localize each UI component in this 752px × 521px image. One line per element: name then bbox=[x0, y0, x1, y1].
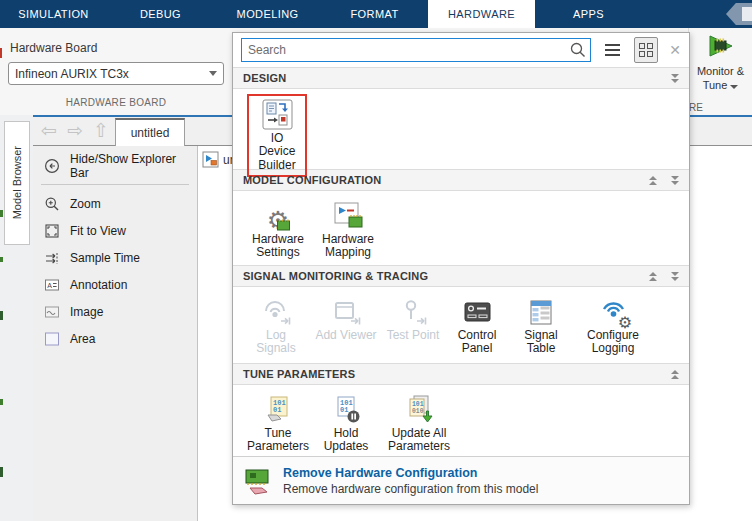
grid-view-button[interactable] bbox=[634, 37, 659, 63]
hardware-board-value: Infineon AURIX TC3x bbox=[15, 67, 209, 81]
edge-artifact bbox=[0, 467, 3, 477]
remove-hardware-configuration-caption: Remove hardware configuration from this … bbox=[283, 482, 538, 496]
update-all-parameters-icon: 101 010 bbox=[403, 392, 435, 425]
gallery-item-control-panel[interactable]: Control Panel bbox=[449, 294, 505, 356]
collapse-section-icon[interactable] bbox=[671, 272, 679, 281]
gallery-item-tune-parameters[interactable]: 101 01 Tune Parameters bbox=[247, 392, 309, 454]
edge-artifact bbox=[0, 210, 3, 217]
gallery-item-update-all-parameters[interactable]: 101 010 Update All Parameters bbox=[383, 392, 455, 454]
tab-hardware[interactable]: HARDWARE bbox=[428, 0, 535, 28]
area-icon bbox=[43, 330, 60, 347]
remove-hardware-configuration-icon bbox=[243, 466, 273, 496]
collapse-section-icon[interactable] bbox=[671, 176, 679, 185]
menu-item-fit-to-view[interactable]: Fit to View bbox=[33, 217, 197, 244]
monitor-tune-icon[interactable] bbox=[704, 33, 738, 63]
menu-item-area[interactable]: Area bbox=[33, 325, 197, 352]
section-header-tune-parameters: TUNE PARAMETERS bbox=[233, 363, 689, 385]
menu-item-label: Image bbox=[70, 305, 103, 319]
tab-modeling[interactable]: MODELING bbox=[214, 0, 321, 28]
log-signals-icon bbox=[259, 294, 293, 327]
chevron-down-icon bbox=[730, 85, 738, 89]
tab-debug[interactable]: DEBUG bbox=[107, 0, 214, 28]
fit-to-view-icon bbox=[43, 222, 60, 239]
model-browser-tab[interactable]: Model Browser bbox=[4, 121, 30, 245]
gallery-item-test-point: Test Point bbox=[385, 294, 441, 342]
section-title: TUNE PARAMETERS bbox=[243, 368, 657, 380]
menu-item-label: Area bbox=[70, 332, 95, 346]
collapse-section-icon[interactable] bbox=[671, 74, 679, 83]
gallery-item-signal-table[interactable]: Signal Table bbox=[513, 294, 569, 356]
gallery-item-label: Signal Table bbox=[513, 329, 569, 356]
gallery-search-row: ✕ bbox=[233, 33, 689, 67]
search-icon bbox=[570, 42, 586, 58]
svg-text:01: 01 bbox=[340, 406, 348, 414]
model-browser-gutter: Model Browser bbox=[0, 115, 33, 521]
left-edge-artifact bbox=[0, 48, 2, 58]
back-arrow-icon[interactable]: ⇦ bbox=[41, 119, 57, 142]
gallery-item-hardware-mapping[interactable]: Hardware Mapping bbox=[317, 198, 379, 260]
image-icon bbox=[43, 303, 60, 320]
model-browser-label: Model Browser bbox=[11, 146, 23, 219]
expand-section-icon[interactable] bbox=[649, 272, 657, 281]
hardware-board-section-label: HARDWARE BOARD bbox=[0, 97, 232, 108]
list-view-button[interactable] bbox=[600, 37, 625, 63]
remove-hardware-configuration-link[interactable]: Remove Hardware Configuration bbox=[283, 466, 538, 480]
svg-text:01: 01 bbox=[273, 406, 281, 414]
control-panel-icon bbox=[461, 294, 493, 327]
svg-text:A: A bbox=[47, 281, 52, 288]
section-header-signal-monitoring: SIGNAL MONITORING & TRACING bbox=[233, 265, 689, 287]
search-input[interactable] bbox=[241, 38, 591, 62]
gallery-item-hardware-settings[interactable]: ⚙ Hardware Settings bbox=[247, 198, 309, 260]
highlight-box: IO Device Builder bbox=[247, 94, 307, 177]
gallery-item-hold-updates[interactable]: 101 01 Hold Updates bbox=[317, 392, 375, 454]
ribbon-tab-bar: SIMULATION DEBUG MODELING FORMAT HARDWAR… bbox=[0, 0, 752, 28]
gallery-item-label: Tune Parameters bbox=[247, 427, 309, 454]
section-title: DESIGN bbox=[243, 72, 657, 84]
annotation-icon: A bbox=[43, 276, 60, 293]
grid-view-icon bbox=[639, 43, 653, 57]
hardware-board-select[interactable]: Infineon AURIX TC3x bbox=[8, 62, 224, 85]
gallery-item-configure-logging[interactable]: ⚙ Configure Logging bbox=[577, 294, 649, 356]
menu-item-label: Fit to View bbox=[70, 224, 126, 238]
forward-arrow-icon[interactable]: ⇨ bbox=[67, 119, 83, 142]
edge-artifact bbox=[0, 311, 3, 320]
section-title: MODEL CONFIGURATION bbox=[243, 174, 635, 186]
test-point-icon bbox=[396, 294, 430, 327]
menu-item-label: Annotation bbox=[70, 278, 127, 292]
menu-item-label: Zoom bbox=[70, 197, 101, 211]
gallery-item-label: Hardware Mapping bbox=[317, 233, 379, 260]
edge-artifact bbox=[0, 399, 3, 405]
menu-item-hide-show-explorer-bar[interactable]: Hide/Show Explorer Bar bbox=[33, 152, 197, 179]
tab-simulation[interactable]: SIMULATION bbox=[0, 0, 107, 28]
svg-text:010: 010 bbox=[412, 408, 424, 415]
document-tab-untitled[interactable]: untitled bbox=[115, 118, 185, 146]
menu-separator bbox=[41, 184, 189, 185]
close-icon[interactable]: ✕ bbox=[669, 42, 681, 58]
menu-item-image[interactable]: Image bbox=[33, 298, 197, 325]
gallery-item-label: Log Signals bbox=[245, 329, 307, 356]
remove-hardware-configuration-row[interactable]: Remove Hardware Configuration Remove har… bbox=[233, 456, 689, 504]
monitor-tune-button[interactable]: Monitor & Tune bbox=[689, 65, 752, 93]
sample-time-icon bbox=[43, 249, 60, 266]
expand-section-icon[interactable] bbox=[649, 176, 657, 185]
menu-item-sample-time[interactable]: Sample Time bbox=[33, 244, 197, 271]
gallery-item-label: Hold Updates bbox=[317, 427, 375, 454]
tune-parameters-icon: 101 01 bbox=[263, 392, 293, 425]
tab-format[interactable]: FORMAT bbox=[321, 0, 428, 28]
menu-item-zoom[interactable]: Zoom bbox=[33, 190, 197, 217]
gallery-item-label: IO Device Builder bbox=[251, 132, 303, 172]
up-arrow-icon[interactable]: ⇧ bbox=[93, 119, 109, 142]
gallery-item-label: Configure Logging bbox=[577, 329, 649, 356]
svg-text:101: 101 bbox=[412, 401, 424, 408]
gallery-item-label: Test Point bbox=[387, 329, 440, 342]
menu-item-annotation[interactable]: A Annotation bbox=[33, 271, 197, 298]
section-header-design: DESIGN bbox=[233, 67, 689, 89]
tab-apps[interactable]: APPS bbox=[535, 0, 642, 28]
gallery-item-io-device-builder[interactable]: IO Device Builder bbox=[251, 97, 303, 172]
chevron-down-icon bbox=[209, 71, 217, 76]
gallery-item-log-signals: Log Signals bbox=[245, 294, 307, 356]
hold-updates-icon: 101 01 bbox=[331, 392, 361, 425]
menu-item-label: Hide/Show Explorer Bar bbox=[70, 152, 197, 180]
expand-section-icon[interactable] bbox=[671, 370, 679, 379]
list-view-icon bbox=[605, 44, 620, 56]
